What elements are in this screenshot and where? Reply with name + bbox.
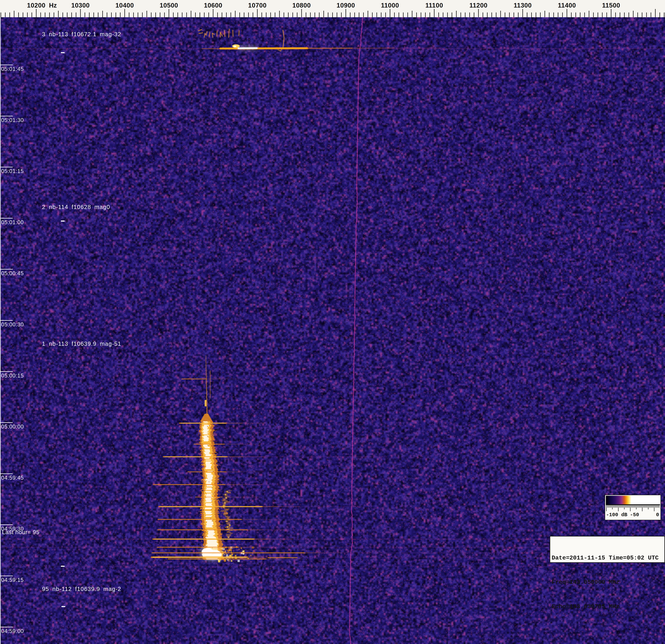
time-tick <box>0 627 13 627</box>
svg-text:Hz: Hz <box>49 2 57 9</box>
last-hour-counter: Last hour= 95 <box>2 529 40 535</box>
svg-text:10900: 10900 <box>337 2 355 9</box>
time-label: 04:59:00 <box>1 628 24 634</box>
time-label: 05:01:00 <box>1 219 24 226</box>
left-axis-line <box>0 17 1 644</box>
info-echo-line: Echo=143.039795 MHz <box>552 603 663 611</box>
time-label: 05:01:30 <box>1 117 24 123</box>
colorbar-ruler <box>606 505 660 512</box>
time-tick <box>0 371 13 372</box>
time-tick <box>0 320 13 321</box>
colorbar-legend: -100 dB -50 0 <box>605 495 661 520</box>
svg-text:11200: 11200 <box>470 2 488 9</box>
time-label: 05:00:15 <box>1 373 24 379</box>
time-label: 05:00:30 <box>1 321 24 328</box>
svg-text:11500: 11500 <box>602 2 620 9</box>
svg-text:11000: 11000 <box>381 2 399 9</box>
time-tick <box>0 473 13 474</box>
time-tick <box>0 64 13 65</box>
svg-text:10500: 10500 <box>160 2 178 9</box>
event-marker-dash <box>61 52 65 53</box>
meteor-waterfall-app: 10200Hz103001040010500106001070010800109… <box>0 0 665 644</box>
time-label: 05:00:45 <box>1 270 24 277</box>
time-label: 04:59:45 <box>1 475 24 481</box>
svg-text:10300: 10300 <box>71 2 90 9</box>
svg-text:11100: 11100 <box>425 2 443 9</box>
svg-text:10600: 10600 <box>204 2 222 9</box>
frequency-ruler-ticks: 10200Hz103001040010500106001070010800109… <box>0 0 665 17</box>
time-label: 05:01:45 <box>1 66 24 72</box>
svg-text:10800: 10800 <box>292 2 311 9</box>
svg-text:10400: 10400 <box>115 2 134 9</box>
event-label: 3 nb-113 f10672.1 mag-32 <box>42 31 121 38</box>
event-label: 95 nb-112 f10639.9 mag-2 <box>42 586 121 592</box>
colorbar-min-label: -100 dB <box>606 512 627 518</box>
info-freq-line: Freq=143.050000 MHz <box>552 578 663 586</box>
status-info-box: Date=2011-11-15 Time=05:02 UTC Freq=143.… <box>550 536 665 563</box>
time-tick <box>0 575 13 576</box>
time-tick <box>0 525 13 525</box>
frequency-ruler: 10200Hz103001040010500106001070010800109… <box>0 0 665 17</box>
svg-text:10700: 10700 <box>248 2 267 9</box>
info-date-line: Date=2011-11-15 Time=05:02 UTC <box>552 554 663 562</box>
time-label: 04:59:15 <box>1 577 24 583</box>
time-label: 05:00:00 <box>1 423 24 430</box>
svg-text:10200: 10200 <box>27 2 45 9</box>
colorbar-mid-label: -50 <box>630 512 639 518</box>
event-label: 1 nb-113 f10639.9 mag-51 <box>42 341 121 347</box>
time-label: 05:01:15 <box>1 168 24 174</box>
svg-text:11300: 11300 <box>514 2 532 9</box>
event-marker-dash <box>61 221 65 222</box>
time-tick <box>0 422 13 423</box>
time-tick <box>0 116 13 116</box>
colorbar-max-label: 0 <box>656 512 659 518</box>
time-tick <box>0 218 13 219</box>
event-marker-dash <box>61 566 65 567</box>
svg-text:11400: 11400 <box>558 2 576 9</box>
event-label: 2 nb-114 f10628 mag0 <box>42 204 110 210</box>
event-marker-dash <box>61 606 65 607</box>
colorbar-labels: -100 dB -50 0 <box>605 512 661 519</box>
time-tick <box>0 269 13 269</box>
time-tick <box>0 167 13 167</box>
colorbar-gradient <box>606 496 660 505</box>
